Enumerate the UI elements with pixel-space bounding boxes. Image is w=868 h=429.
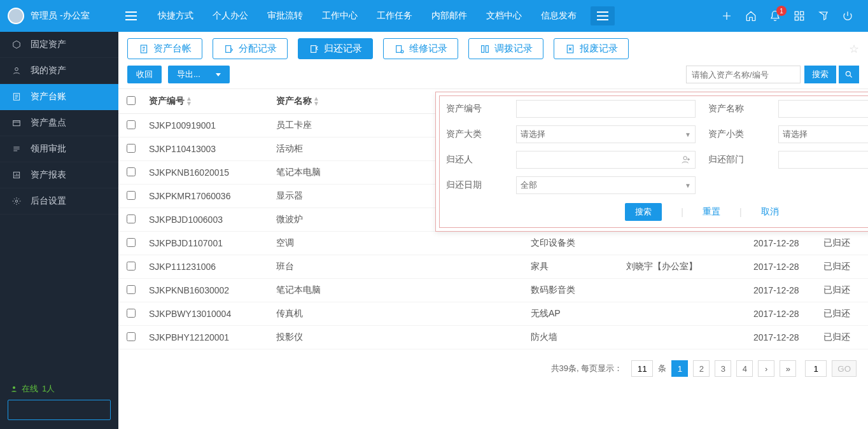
home-icon[interactable]	[745, 10, 757, 22]
favorite-star-icon[interactable]: ☆	[849, 42, 859, 56]
row-checkbox[interactable]	[127, 167, 136, 176]
page-2[interactable]: 2	[693, 360, 710, 377]
adv-input-return-dept[interactable]	[778, 151, 868, 169]
sidebar-item-fixed-assets[interactable]: 固定资产	[0, 32, 118, 58]
adv-select-return-date[interactable]: 全部▼	[516, 176, 696, 194]
online-status[interactable]: 在线 1人	[8, 383, 111, 395]
bell-icon[interactable]: 1	[769, 10, 781, 22]
row-checkbox[interactable]	[127, 332, 136, 341]
svg-rect-17	[486, 45, 488, 52]
tab-scrap-records[interactable]: 报废记录	[554, 38, 629, 59]
cell-person	[621, 232, 748, 255]
goto-page-input[interactable]	[805, 360, 827, 377]
row-checkbox[interactable]	[127, 144, 136, 153]
search-input[interactable]	[686, 66, 801, 83]
gear-icon	[11, 196, 22, 206]
nav-workcenter[interactable]: 工作中心	[314, 1, 365, 31]
tab-return-records[interactable]: 归还记录	[298, 38, 373, 59]
sidebar-search-input[interactable]	[13, 405, 121, 415]
adv-input-code[interactable]	[516, 100, 696, 118]
cell-code: SJKPBHY12120001	[144, 326, 271, 349]
scrap-icon	[564, 43, 576, 55]
tab-asset-ledger[interactable]: 资产台帐	[127, 38, 202, 59]
tab-assign-records[interactable]: 分配记录	[213, 38, 288, 59]
row-checkbox[interactable]	[127, 191, 136, 200]
table-row[interactable]: SJKPKNB16030002 笔记本电脑 数码影音类 2017-12-28 已…	[118, 279, 868, 302]
per-page-input[interactable]	[631, 360, 653, 377]
theme-icon[interactable]	[817, 10, 830, 22]
cell-person	[621, 326, 748, 349]
page-1[interactable]: 1	[671, 360, 688, 377]
adv-reset-link[interactable]: 重置	[703, 206, 720, 218]
adv-label-return-date: 归还日期	[440, 172, 510, 198]
select-value: 请选择	[783, 129, 808, 140]
row-checkbox[interactable]	[127, 215, 136, 223]
nav-publish[interactable]: 信息发布	[533, 1, 584, 31]
page-next[interactable]: ›	[758, 360, 774, 377]
adv-select-big-category[interactable]: 请选择▼	[516, 125, 696, 143]
column-code[interactable]: 资产编号▲▼	[144, 89, 271, 114]
return-icon	[309, 43, 320, 55]
page-4[interactable]: 4	[736, 360, 753, 377]
nav-shortcut[interactable]: 快捷方式	[150, 1, 201, 31]
chevron-down-icon: ▼	[685, 131, 691, 138]
nav-approval[interactable]: 审批流转	[260, 1, 311, 31]
tab-transfer-records[interactable]: 调拨记录	[468, 38, 543, 59]
advanced-search-toggle[interactable]	[839, 66, 859, 83]
svg-point-20	[683, 157, 687, 160]
goto-button[interactable]: GO	[832, 360, 857, 377]
clipboard-icon	[138, 43, 150, 55]
adv-search-button[interactable]: 搜索	[625, 203, 662, 221]
recall-button[interactable]: 收回	[127, 66, 162, 83]
adv-input-name[interactable]	[778, 100, 868, 118]
row-checkbox[interactable]	[127, 120, 136, 129]
adv-label-small-category: 资产小类	[702, 122, 772, 147]
plus-icon[interactable]	[720, 10, 733, 22]
sidebar-item-reports[interactable]: 资产报表	[0, 162, 118, 188]
export-dropdown-button[interactable]: 导出...	[168, 66, 230, 83]
sort-icon[interactable]: ▲▼	[186, 96, 192, 106]
table-row[interactable]: SJKPBJD1107001 空调 文印设备类 2017-12-28 已归还	[118, 232, 868, 255]
adv-input-return-person[interactable]	[516, 151, 696, 169]
select-all-checkbox[interactable]	[127, 96, 136, 105]
nav-tasks[interactable]: 工作任务	[369, 1, 420, 31]
power-icon[interactable]	[841, 10, 854, 22]
row-checkbox[interactable]	[127, 262, 136, 271]
inventory-icon	[11, 118, 22, 128]
sidebar-item-asset-ledger[interactable]: 资产台账	[0, 84, 118, 110]
adv-select-small-category[interactable]: 请选择▼	[778, 125, 868, 143]
select-all-header[interactable]	[118, 89, 144, 114]
row-checkbox[interactable]	[127, 238, 136, 247]
current-user[interactable]: 管理员 -办公室	[0, 8, 118, 24]
nav-personal[interactable]: 个人办公	[205, 1, 256, 31]
wrench-icon	[394, 43, 405, 55]
page-last[interactable]: »	[780, 360, 796, 377]
search-button[interactable]: 搜索	[804, 66, 836, 83]
nav-docs[interactable]: 文档中心	[479, 1, 529, 31]
row-checkbox[interactable]	[127, 309, 136, 318]
nav-more-icon[interactable]	[591, 6, 615, 25]
sidebar-item-settings[interactable]: 后台设置	[0, 188, 118, 215]
toolbar: 收回 导出... 搜索	[118, 66, 868, 88]
select-value: 请选择	[521, 129, 545, 140]
row-checkbox[interactable]	[127, 285, 136, 294]
adv-label-big-category: 资产大类	[440, 122, 510, 147]
menu-toggle-icon[interactable]	[118, 11, 144, 20]
sidebar-item-inventory[interactable]: 资产盘点	[0, 110, 118, 136]
table-row[interactable]: SJKPBHY12120001 投影仪 防火墙 2017-12-28 已归还	[118, 326, 868, 349]
table-row[interactable]: SJKPBWY13010004 传真机 无线AP 2017-12-28 已归还	[118, 302, 868, 326]
assign-icon	[223, 43, 235, 55]
apps-icon[interactable]	[793, 10, 806, 22]
adv-cancel-link[interactable]: 取消	[761, 206, 779, 218]
table-row[interactable]: SJKP111231006 班台 家具 刘晓宇【办公室】 2017-12-28 …	[118, 255, 868, 279]
cell-code: SJKPBJD1006003	[144, 208, 271, 232]
sidebar-item-approval[interactable]: 领用审批	[0, 136, 118, 162]
nav-mail[interactable]: 内部邮件	[424, 1, 475, 31]
page-3[interactable]: 3	[715, 360, 731, 377]
adv-actions: 搜索 | 重置 | 取消	[440, 198, 868, 227]
sidebar-search[interactable]	[8, 400, 111, 420]
sort-icon[interactable]: ▲▼	[313, 96, 319, 106]
cell-code: SJKP111231006	[144, 255, 271, 279]
tab-repair-records[interactable]: 维修记录	[383, 38, 458, 59]
sidebar-item-my-assets[interactable]: 我的资产	[0, 58, 118, 84]
